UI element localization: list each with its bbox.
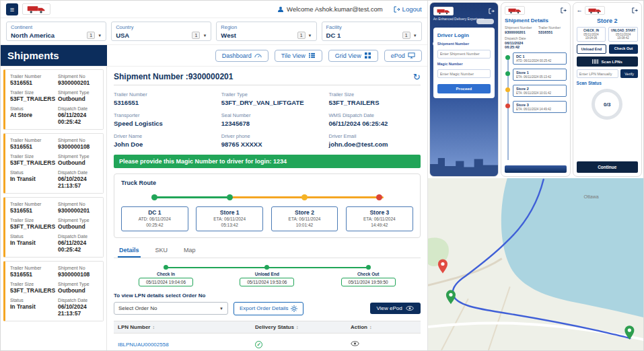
grid-view-button[interactable]: Grid View	[328, 50, 378, 62]
dashboard-label: Dashboard	[222, 52, 252, 59]
stop-name: Store 2	[516, 87, 563, 91]
stop-time: ETA: 06/11/2024 14:49:42	[516, 108, 563, 111]
label-trailer-number: Trailer Number	[10, 266, 55, 270]
field-label: Driver phone	[221, 133, 322, 139]
verify-button[interactable]: Verify	[620, 69, 638, 78]
timeline-stop-store3[interactable]: Store 3ETA: 06/11/2024 14:49:42	[513, 101, 566, 113]
facility-select[interactable]: Facility DC 1 1 ▼	[322, 22, 422, 41]
country-label: Country	[116, 24, 207, 30]
label-dispatch-date: Dispatch Date	[58, 170, 98, 175]
menu-icon[interactable]: ≡	[6, 3, 18, 15]
label-trailer-size: Trailer Size	[10, 282, 55, 286]
shipment-card-2[interactable]: Trailer Number5316551 Shipment No9300000…	[3, 133, 104, 194]
view-action-eye-icon[interactable]	[351, 341, 359, 346]
scan-lpns-label: Scan LPNs	[602, 60, 622, 64]
route-map[interactable]: Ottawa	[428, 178, 643, 350]
column-delivery-status[interactable]: Delivery Status↕	[255, 324, 351, 330]
app-tagline: An Enhanced Delivery Experience	[433, 17, 495, 21]
field-label: Dispatch Date	[505, 36, 536, 40]
order-no-select[interactable]: Select Order No ▼	[114, 302, 228, 315]
grid-icon	[364, 52, 371, 58]
delivery-status-icon	[255, 341, 262, 348]
label-dispatch-date: Dispatch Date	[58, 106, 98, 111]
country-select[interactable]: Country USA 1 ▼	[111, 22, 211, 41]
shipment-list: Trailer Number5316551 Shipment No9300000…	[1, 67, 107, 350]
step-label: Check Out	[357, 272, 380, 276]
chevron-down-icon: ▼	[308, 34, 312, 38]
logout-icon[interactable]	[489, 8, 495, 14]
logout-button[interactable]: Logout	[394, 5, 422, 13]
label-shipment-no: Shipment No	[58, 202, 98, 206]
sort-icon: ↕	[152, 325, 155, 329]
lpn-link[interactable]: IBLPNUAU00002558	[118, 342, 169, 348]
tab-sku[interactable]: SKU	[154, 244, 170, 258]
value-dispatch-date: 06/11/2024 00:25:42	[58, 112, 98, 125]
welcome-text: Welcome Ashok.kumar@test.com	[287, 5, 383, 13]
route-stop-store1[interactable]: Store 1ETA: 06/11/2024 05:13:42	[196, 194, 263, 231]
back-icon[interactable]: ←	[577, 7, 583, 13]
column-lpn-number[interactable]: LPN Number↕	[118, 324, 255, 330]
magic-number-input[interactable]	[437, 69, 491, 78]
truck-icon	[587, 7, 603, 14]
stop-dot	[151, 194, 157, 200]
chip-time: 05/11/2024 19:08:42	[610, 33, 636, 40]
column-action[interactable]: Action↕	[351, 324, 417, 330]
scan-lpns-button[interactable]: Scan LPNs	[577, 56, 638, 67]
label-shipment-type: Shipment Type	[58, 154, 98, 159]
field-label: Trailer Number	[538, 26, 567, 30]
shipment-number-input[interactable]	[437, 50, 491, 58]
logout-icon[interactable]	[632, 7, 638, 13]
filter-bar: Continent North America 1 ▼ Country USA …	[1, 18, 427, 45]
status-badge: In Transit	[10, 176, 55, 182]
tile-view-button[interactable]: Tile View	[275, 50, 322, 62]
field-value: 53FT_DRY_VAN_LIFTGATE	[221, 99, 322, 106]
grid-view-label: Grid View	[335, 52, 361, 59]
status-badge: In Transit	[10, 239, 55, 246]
table-row[interactable]: IBLPNUAU00002558	[114, 334, 421, 350]
route-stop-dc1[interactable]: DC 1ATD: 06/11/2024 00:25:42	[121, 194, 188, 231]
continue-button[interactable]: Continue	[577, 161, 638, 173]
stop-name: Store 1	[516, 71, 563, 75]
proceed-button[interactable]: Proceed	[437, 84, 491, 93]
lpn-manual-input[interactable]	[577, 69, 619, 78]
check-out-button[interactable]: Check Out	[609, 44, 638, 54]
export-order-details-button[interactable]: Export Order Details	[234, 302, 303, 315]
brand-logo	[433, 7, 454, 15]
timeline-stop-store2[interactable]: Store 2ETA: 06/11/2024 10:01:42	[513, 85, 566, 97]
shipment-card-4[interactable]: Trailer Number5316551 Shipment No9300000…	[3, 261, 104, 321]
value-trailer-size: 53FT_TRAILERS	[10, 223, 55, 230]
field-value: 06/11/2024 06:25:42	[505, 41, 536, 49]
stop-name: Store 3	[349, 209, 410, 216]
facility-label: Facility	[326, 24, 417, 30]
region-badge: 1	[297, 32, 306, 39]
tab-details[interactable]: Details	[118, 244, 141, 258]
stop-name: Store 3	[516, 103, 563, 107]
logout-icon[interactable]	[561, 7, 567, 13]
welcome-user: Welcome Ashok.kumar@test.com	[277, 5, 383, 13]
timeline-stop-store1[interactable]: Store 1ETA: 06/11/2024 05:13:42	[513, 69, 566, 81]
shipment-details-screen: Shipment Details Shipment Number93000002…	[501, 2, 570, 177]
refresh-icon[interactable]: ↻	[413, 73, 421, 81]
epod-button[interactable]: ePod	[384, 50, 422, 62]
route-stop-store3[interactable]: Store 3ETA: 06/11/2024 14:49:42	[346, 194, 413, 231]
route-stop-store2[interactable]: Store 2ETA: 06/11/2024 10:01:42	[271, 194, 338, 231]
shipment-card-3[interactable]: Trailer Number5316551 Shipment No9300000…	[3, 197, 104, 258]
timeline-stop-dc1[interactable]: DC 1ATD: 06/11/2024 00:25:42	[513, 52, 566, 65]
detail-tabs: Details SKU Map	[114, 244, 421, 258]
label-trailer-number: Trailer Number	[10, 74, 55, 79]
region-select[interactable]: Region West 1 ▼	[216, 22, 316, 41]
label-shipment-no: Shipment No	[58, 74, 98, 79]
unload-start-chip: UNLOAD_START 05/11/2024 19:08:42	[608, 27, 638, 42]
view-epod-button[interactable]: View ePod	[370, 303, 421, 314]
unload-end-button[interactable]: Unload End	[577, 44, 607, 54]
shipment-card-1[interactable]: Trailer Number5316551 Shipment No9300000…	[3, 69, 104, 130]
driver-login-screen: An Enhanced Delivery Experience Driver L…	[429, 2, 499, 177]
continent-select[interactable]: Continent North America 1 ▼	[6, 22, 106, 41]
tab-map[interactable]: Map	[182, 244, 197, 258]
driver-app-preview: An Enhanced Delivery Experience Driver L…	[428, 1, 643, 350]
stop-name: Store 1	[199, 209, 260, 216]
gauge-icon	[254, 52, 262, 58]
dashboard-button[interactable]: Dashboard	[215, 50, 269, 62]
view-epod-label: View ePod	[377, 305, 402, 311]
shipments-app: ≡ Welcome Ashok.kumar@test.com Logout Co…	[1, 1, 428, 350]
